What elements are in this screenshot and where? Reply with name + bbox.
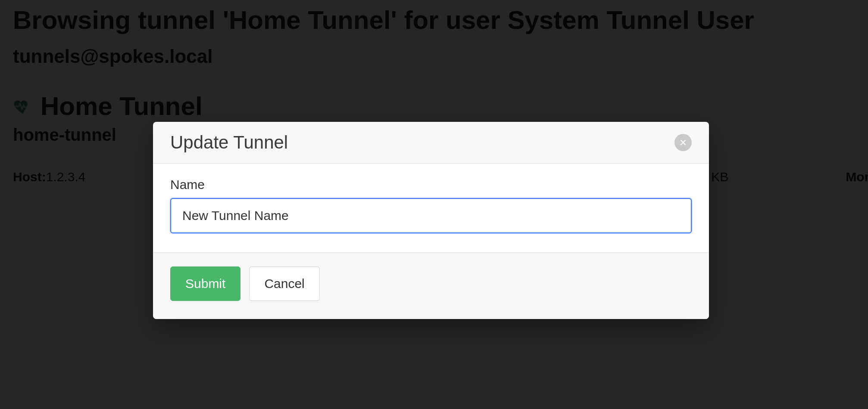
update-tunnel-modal: Update Tunnel Name Submit Cancel [153,122,709,319]
page-root: Browsing tunnel 'Home Tunnel' for user S… [0,0,868,409]
submit-button[interactable]: Submit [170,266,240,301]
close-icon [679,138,687,147]
modal-header: Update Tunnel [153,122,709,164]
modal-title: Update Tunnel [170,132,288,153]
modal-close-button[interactable] [674,134,692,151]
name-field-label: Name [170,177,692,192]
modal-footer: Submit Cancel [153,253,709,319]
modal-body: Name [153,164,709,253]
cancel-button[interactable]: Cancel [249,266,319,301]
name-input[interactable] [170,198,692,233]
